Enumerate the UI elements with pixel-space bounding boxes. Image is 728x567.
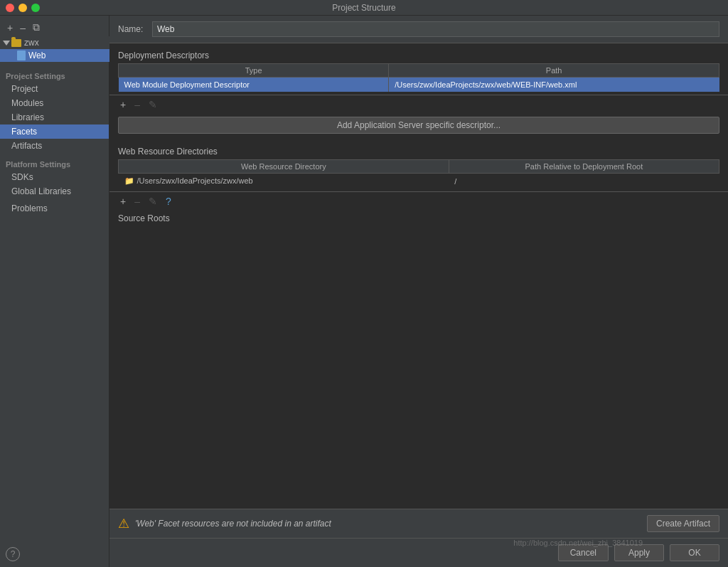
copy-facet-button[interactable]: ⧉: [31, 21, 41, 33]
sidebar-item-libraries[interactable]: Libraries: [0, 110, 109, 124]
collapse-icon: [3, 41, 10, 46]
wr-add-button[interactable]: +: [118, 195, 128, 208]
remove-facet-button[interactable]: –: [18, 22, 27, 33]
sidebar-bottom: ?: [0, 541, 109, 567]
sidebar-item-project[interactable]: Project: [0, 82, 109, 96]
warning-bar: ⚠ 'Web' Facet resources are not included…: [109, 509, 728, 538]
sidebar-item-sdks-label: SDKs: [11, 172, 33, 182]
source-roots-section: Source Roots: [109, 211, 728, 229]
project-settings-label: Project Settings: [0, 68, 109, 82]
sidebar: + – ⧉ zwx Web Project Settings Project M…: [0, 16, 109, 567]
sidebar-item-libraries-label: Libraries: [11, 112, 44, 122]
web-resource-path-header: Path Relative to Deployment Root: [449, 160, 719, 174]
tree-node-web-label: Web: [28, 51, 46, 60]
source-roots-title: Source Roots: [118, 213, 719, 223]
spacer: [109, 229, 728, 506]
table-row[interactable]: Web Module Deployment Descriptor /Users/…: [119, 78, 719, 92]
web-resource-directory-header: Web Resource Directory: [119, 160, 449, 174]
sidebar-toolbar: + – ⧉: [0, 18, 109, 36]
add-facet-button[interactable]: +: [6, 22, 14, 33]
project-settings-section: Project Settings Project Modules Librari…: [0, 68, 109, 153]
deployment-descriptors-title: Deployment Descriptors: [118, 51, 719, 60]
content-panel: Name: Deployment Descriptors Type Path W…: [109, 16, 728, 567]
table-cell-path: /Users/zwx/IdeaProjects/zwx/web/WEB-INF/…: [389, 78, 719, 92]
web-resource-toolbar: + – ✎ ?: [109, 191, 728, 211]
deployment-descriptors-section: Deployment Descriptors Type Path Web Mod…: [109, 43, 728, 95]
wr-remove-button[interactable]: –: [132, 195, 142, 208]
title-bar: Project Structure: [0, 0, 728, 16]
close-button[interactable]: [6, 4, 14, 12]
sidebar-item-sdks[interactable]: SDKs: [0, 170, 109, 184]
platform-settings-label: Platform Settings: [0, 156, 109, 170]
path-column-header: Path: [389, 64, 719, 78]
maximize-button[interactable]: [31, 4, 40, 12]
web-resource-title: Web Resource Directories: [118, 147, 719, 157]
add-descriptor-button[interactable]: Add Application Server specific descript…: [118, 117, 719, 134]
sidebar-item-problems-label: Problems: [11, 203, 48, 213]
dd-remove-button[interactable]: –: [132, 98, 142, 111]
web-file-icon: [17, 51, 26, 60]
folder-blue-icon: 📁: [124, 176, 134, 185]
dd-add-button[interactable]: +: [118, 98, 128, 111]
sidebar-item-facets-label: Facets: [11, 127, 37, 137]
table-cell-type: Web Module Deployment Descriptor: [119, 78, 389, 92]
sidebar-item-problems[interactable]: Problems: [0, 201, 109, 216]
folder-icon: [11, 39, 21, 47]
platform-settings-section: Platform Settings SDKs Global Libraries: [0, 156, 109, 198]
type-column-header: Type: [119, 64, 389, 78]
sidebar-item-facets[interactable]: Facets: [0, 124, 109, 139]
sidebar-item-artifacts-label: Artifacts: [11, 141, 42, 151]
wr-help-button[interactable]: ?: [164, 195, 173, 208]
window-title: Project Structure: [332, 3, 395, 13]
window-controls: [6, 4, 40, 12]
web-resource-row[interactable]: 📁/Users/zwx/IdeaProjects/zwx/web /: [119, 174, 719, 189]
wr-edit-button[interactable]: ✎: [146, 195, 159, 208]
tree-node-zwx[interactable]: zwx: [0, 36, 109, 49]
minimize-button[interactable]: [18, 4, 27, 12]
name-row: Name:: [109, 16, 728, 43]
sidebar-item-project-label: Project: [11, 84, 38, 94]
name-label: Name:: [118, 24, 146, 34]
web-resource-dir-cell: 📁/Users/zwx/IdeaProjects/zwx/web: [119, 174, 449, 189]
tree-node-web[interactable]: Web: [0, 49, 109, 62]
sidebar-item-artifacts[interactable]: Artifacts: [0, 139, 109, 153]
help-button[interactable]: ?: [6, 547, 20, 561]
watermark: http://blog.csdn.net/wei_zhi_3841019: [513, 539, 643, 547]
other-section: Problems: [0, 201, 109, 216]
ok-button[interactable]: OK: [670, 544, 719, 561]
web-resource-rel-path-cell: /: [449, 174, 719, 189]
sidebar-item-modules[interactable]: Modules: [0, 96, 109, 110]
dd-edit-button[interactable]: ✎: [146, 98, 159, 111]
tree-node-zwx-label: zwx: [24, 38, 39, 48]
deployment-toolbar: + – ✎: [109, 95, 728, 114]
warning-text: 'Web' Facet resources are not included i…: [135, 519, 641, 529]
warning-icon: ⚠: [118, 516, 129, 531]
create-artifact-button[interactable]: Create Artifact: [647, 515, 719, 532]
facet-tree: zwx Web: [0, 36, 109, 62]
web-resource-table: Web Resource Directory Path Relative to …: [118, 159, 719, 189]
name-input[interactable]: [152, 21, 719, 37]
sidebar-item-global-libraries[interactable]: Global Libraries: [0, 184, 109, 198]
sidebar-item-global-libraries-label: Global Libraries: [11, 186, 71, 196]
deployment-table: Type Path Web Module Deployment Descript…: [118, 63, 719, 92]
sidebar-item-modules-label: Modules: [11, 98, 43, 108]
main-container: + – ⧉ zwx Web Project Settings Project M…: [0, 16, 728, 567]
web-resource-section: Web Resource Directories Web Resource Di…: [109, 139, 728, 191]
